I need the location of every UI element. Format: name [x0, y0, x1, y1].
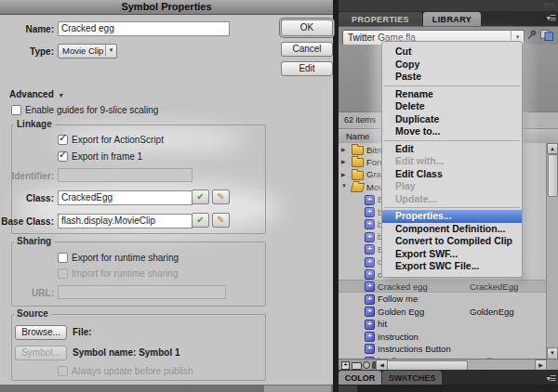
base-class-label: Base Class:	[0, 216, 54, 227]
bottom-tab-row: COLOR SWATCHES ▾☰	[339, 370, 558, 385]
panel-menu-icon[interactable]: ▾☰	[547, 14, 555, 22]
identifier-label: Identifier:	[7, 171, 54, 181]
class-input[interactable]: CrackedEgg	[58, 190, 193, 205]
symbol-properties-dialog: Symbol Properties Name: Cracked egg Type…	[0, 0, 333, 385]
folder-icon	[352, 146, 364, 155]
bottom-panel-edge	[339, 385, 558, 392]
type-dropdown-value: Movie Clip	[62, 46, 103, 56]
twisty-closed-icon[interactable]: ▶	[341, 171, 346, 177]
grip-dots-icon: ∷∷	[544, 2, 554, 9]
class-validate-button[interactable]: ✔	[192, 189, 209, 204]
menu-item-edit[interactable]: Edit	[382, 143, 522, 156]
menu-item-delete[interactable]: Delete	[382, 100, 522, 113]
movieclip-icon: +	[365, 294, 375, 305]
scroll-thumb[interactable]	[548, 154, 558, 197]
panel-grip-bar[interactable]: ∷∷	[339, 0, 558, 11]
new-symbol-icon[interactable]: +	[341, 361, 350, 370]
twisty-closed-icon[interactable]: ▶	[341, 146, 346, 152]
library-item-label: Golden Egg	[378, 307, 424, 317]
symbol-name-label: Symbol name: Symbol 1	[73, 347, 180, 358]
class-edit-button[interactable]: ✎	[212, 189, 230, 204]
identifier-input	[58, 168, 193, 182]
library-item[interactable]: +Instruction	[339, 330, 558, 342]
url-label: URL:	[7, 288, 54, 298]
export-actionscript-checkbox[interactable]	[58, 135, 68, 145]
export-runtime-label: Export for runtime sharing	[72, 253, 179, 263]
menu-item-duplicate[interactable]: Duplicate	[382, 113, 522, 126]
name-label: Name:	[7, 24, 54, 34]
library-item-label: Instruction	[378, 332, 418, 342]
twisty-open-icon[interactable]: ▼	[341, 183, 347, 189]
panel-menu-icon[interactable]: ▾☰	[547, 374, 555, 383]
symbol-button: Symbol...	[15, 346, 67, 360]
menu-item-export-swc-file[interactable]: Export SWC File...	[382, 260, 522, 273]
dialog-titlebar[interactable]: Symbol Properties	[0, 0, 333, 15]
always-update-checkbox	[58, 366, 68, 376]
library-item[interactable]: +hit	[339, 318, 558, 330]
items-count: 62 items	[344, 115, 376, 124]
export-frame-checkbox[interactable]	[58, 151, 68, 162]
scroll-up-button[interactable]: ▲	[547, 143, 558, 154]
column-header-label: Name	[346, 131, 369, 141]
tab-library[interactable]: LIBRARY	[423, 12, 481, 26]
base-class-edit-button[interactable]: ✎	[212, 213, 230, 228]
menu-item-cut[interactable]: Cut	[382, 46, 522, 59]
edit-button[interactable]: Edit	[281, 61, 333, 76]
menu-item-edit-with: Edit with...	[382, 155, 522, 168]
menu-item-edit-class[interactable]: Edit Class	[382, 168, 522, 181]
menu-item-convert-to-compiled-clip[interactable]: Convert to Compiled Clip	[382, 235, 522, 248]
library-item[interactable]: +Golden EggGoldenEgg	[339, 305, 558, 317]
library-item[interactable]: +Instructions Button	[339, 342, 558, 354]
advanced-disclosure[interactable]: Advanced ▼	[9, 85, 64, 101]
source-legend: Source	[14, 308, 51, 320]
movieclip-icon: +	[365, 257, 375, 268]
pencil-icon: ✎	[217, 215, 224, 225]
browse-button[interactable]: Browse...	[15, 325, 67, 340]
panel-tab-row: PROPERTIES LIBRARY ▾☰	[339, 11, 558, 26]
new-folder-icon[interactable]	[352, 362, 362, 370]
ok-button[interactable]: OK	[281, 20, 333, 36]
movieclip-icon: +	[365, 281, 375, 292]
type-dropdown[interactable]: Movie Clip ▾	[58, 44, 117, 59]
menu-item-update: Update...	[382, 193, 522, 206]
movieclip-icon: +	[365, 244, 375, 255]
menu-separator	[383, 205, 521, 210]
import-runtime-checkbox	[58, 268, 68, 279]
menu-item-paste[interactable]: Paste	[382, 71, 522, 84]
export-frame-label: Export in frame 1	[72, 151, 142, 162]
type-label: Type:	[7, 46, 54, 57]
name-input[interactable]: Cracked egg	[58, 21, 230, 36]
twisty-closed-icon[interactable]: ▶	[341, 158, 346, 164]
library-item-label: Cracked egg	[378, 281, 428, 292]
folder-icon	[351, 183, 365, 192]
base-class-input[interactable]: flash.display.MovieClip	[58, 214, 193, 229]
dropdown-arrow-icon: ▾	[105, 45, 116, 56]
check-icon: ✔	[196, 191, 204, 202]
menu-item-properties[interactable]: Properties...	[382, 210, 522, 223]
cancel-button[interactable]: Cancel	[281, 42, 333, 57]
library-item[interactable]: +Cracked eggCrackedEgg	[339, 280, 558, 292]
export-runtime-checkbox[interactable]	[58, 253, 68, 263]
base-class-validate-button[interactable]: ✔	[192, 213, 209, 228]
item-properties-icon[interactable]	[363, 361, 370, 369]
tab-color[interactable]: COLOR	[339, 371, 381, 385]
file-label: File:	[73, 327, 92, 337]
pin-library-icon[interactable]	[525, 29, 538, 46]
tab-swatches[interactable]: SWATCHES	[382, 371, 442, 385]
menu-item-rename[interactable]: Rename	[382, 88, 522, 101]
menu-item-copy[interactable]: Copy	[382, 59, 522, 72]
menu-item-move-to[interactable]: Move to...	[382, 125, 522, 138]
menu-item-component-definition[interactable]: Component Definition...	[382, 223, 522, 236]
pencil-icon: ✎	[217, 191, 224, 202]
menu-separator	[383, 138, 521, 143]
library-item-label: hit	[378, 319, 387, 329]
screenshot-stage: Symbol Properties Name: Cracked egg Type…	[0, 0, 558, 392]
tab-properties[interactable]: PROPERTIES	[339, 12, 422, 26]
url-input	[58, 285, 226, 299]
new-library-panel-icon[interactable]	[539, 29, 554, 46]
vertical-scrollbar[interactable]: ▲ ▼	[546, 143, 558, 359]
nine-slice-checkbox[interactable]	[11, 105, 21, 115]
menu-item-export-swf[interactable]: Export SWF...	[382, 248, 522, 261]
library-item[interactable]: +Follow me	[339, 293, 558, 305]
horizontal-scrollbar[interactable]: ◀ ▶	[376, 359, 546, 370]
